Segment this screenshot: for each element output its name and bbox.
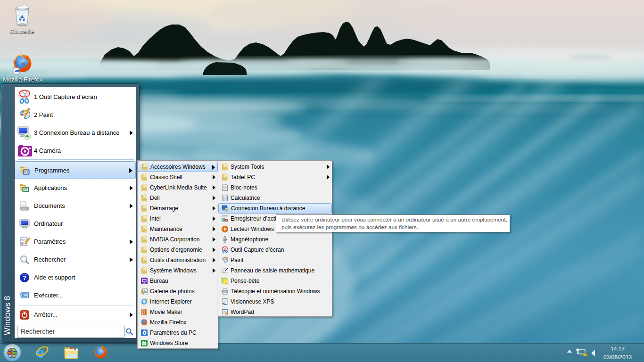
svg-text:?: ?: [23, 274, 26, 281]
svg-text:e: e: [36, 345, 44, 361]
